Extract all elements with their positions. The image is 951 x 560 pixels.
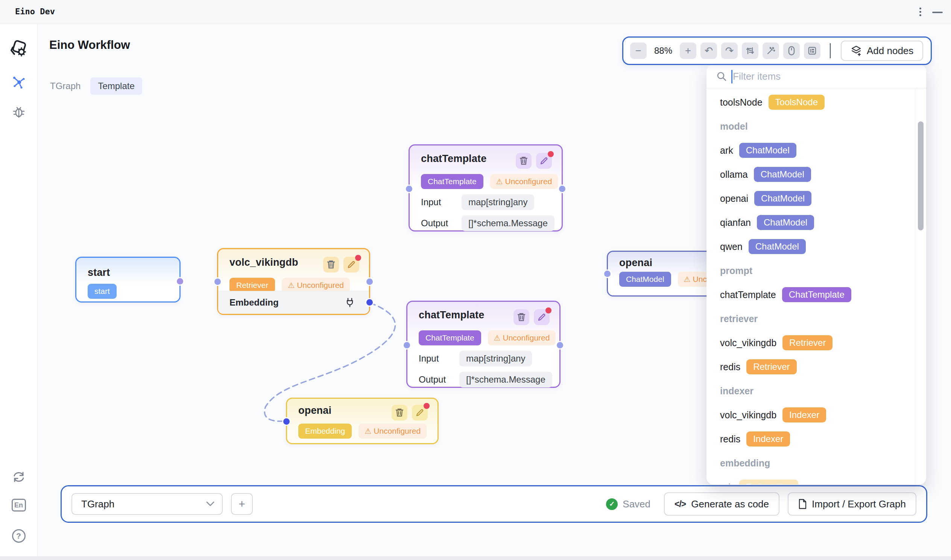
zoom-out-button[interactable]: − xyxy=(630,43,647,59)
add-graph-button[interactable]: + xyxy=(231,493,253,515)
panel-item-redis[interactable]: redisRetriever xyxy=(720,355,915,379)
graph-tabs: TGraph Template xyxy=(50,77,142,95)
panel-item-type-badge: ChatModel xyxy=(757,215,814,230)
unsaved-indicator-dot xyxy=(424,403,429,409)
panel-section-header: embedding xyxy=(720,451,915,475)
panel-item-name: ark xyxy=(720,482,733,485)
node-title: volc_vikingdb xyxy=(230,257,298,268)
window-minimize-icon[interactable] xyxy=(932,12,943,13)
unconfigured-badge: ⚠ Unconfigured xyxy=(488,330,556,345)
page-title: Eino Workflow xyxy=(49,38,130,52)
generate-as-code-button[interactable]: </> Generate as code xyxy=(664,492,780,515)
edit-node-button[interactable] xyxy=(343,257,359,272)
port-openai-embedding-input[interactable] xyxy=(283,418,290,425)
text-caret xyxy=(731,70,732,83)
edit-node-button[interactable] xyxy=(534,309,550,325)
unsaved-indicator-dot xyxy=(545,308,551,314)
delete-node-button[interactable] xyxy=(516,153,531,169)
panel-item-ark[interactable]: arkChatModel xyxy=(720,138,915,162)
panel-item-name: toolsNode xyxy=(720,97,763,108)
node-type-badge: Embedding xyxy=(298,423,352,438)
panel-item-name: chatTemplate xyxy=(720,289,776,300)
add-nodes-panel: toolsNodeToolsNodemodelarkChatModelollam… xyxy=(707,65,926,485)
node-chattemplate-middle[interactable]: chatTemplate ChatTemplate ⚠ Unconfigured xyxy=(406,301,560,388)
node-type-badge: ChatTemplate xyxy=(419,330,481,345)
node-start[interactable]: start start xyxy=(75,257,181,303)
delete-node-button[interactable] xyxy=(514,309,529,325)
start-type-badge: start xyxy=(88,284,117,299)
tab-template[interactable]: Template xyxy=(90,77,142,95)
panel-item-chatTemplate[interactable]: chatTemplateChatTemplate xyxy=(720,283,915,307)
save-status: ✓ Saved xyxy=(606,498,650,510)
unconfigured-badge: ⚠ Unconfigured xyxy=(282,278,350,293)
port-volc-input[interactable] xyxy=(215,278,221,285)
workflow-graph-icon[interactable] xyxy=(12,76,26,89)
port-volc-embedding[interactable] xyxy=(366,299,373,306)
embedding-slot[interactable]: Embedding xyxy=(218,291,369,314)
filter-input[interactable] xyxy=(733,71,916,82)
unsaved-indicator-dot xyxy=(355,255,361,261)
window-titlebar: Eino Dev xyxy=(0,0,951,24)
graph-select[interactable]: TGraph xyxy=(71,493,223,515)
magic-wand-icon[interactable] xyxy=(763,43,779,59)
panel-item-qwen[interactable]: qwenChatModel xyxy=(720,234,915,258)
tab-tgraph[interactable]: TGraph xyxy=(50,81,80,91)
panel-item-ark[interactable]: arkEmbedding xyxy=(720,475,915,485)
debug-bug-icon[interactable] xyxy=(12,106,25,118)
panel-item-name: openai xyxy=(720,193,748,204)
node-volc-vikingdb[interactable]: volc_vikingdb Retriever ⚠ Unconfigured xyxy=(217,248,370,315)
panel-item-type-badge: ChatTemplate xyxy=(782,287,851,302)
minimap-icon[interactable] xyxy=(804,43,820,59)
node-chattemplate-top[interactable]: chatTemplate ChatTemplate ⚠ Unconfigured xyxy=(409,144,563,232)
window-menu-icon[interactable] xyxy=(916,6,924,18)
refresh-icon[interactable] xyxy=(12,471,26,483)
panel-section-header: model xyxy=(720,114,915,138)
panel-item-name: ollama xyxy=(720,169,748,180)
port-chattemplate-input[interactable] xyxy=(404,342,410,348)
panel-item-redis[interactable]: redisIndexer xyxy=(720,427,915,451)
chevron-down-icon xyxy=(206,502,215,507)
mouse-icon[interactable] xyxy=(783,43,800,59)
node-openai-embedding[interactable]: openai Embedding ⚠ Unconfigured xyxy=(286,398,438,444)
node-title: openai xyxy=(298,405,332,417)
panel-scrollbar-thumb[interactable] xyxy=(918,122,923,231)
zoom-in-button[interactable]: + xyxy=(680,43,696,59)
panel-item-name: qianfan xyxy=(720,217,751,228)
port-chattemplate-output[interactable] xyxy=(559,186,565,192)
panel-item-openai[interactable]: openaiChatModel xyxy=(720,186,915,211)
panel-item-type-badge: Retriever xyxy=(783,335,832,350)
help-icon[interactable]: ? xyxy=(12,529,26,543)
panel-item-volc_vikingdb[interactable]: volc_vikingdbRetriever xyxy=(720,331,915,355)
auto-layout-icon[interactable] xyxy=(742,43,758,59)
port-start-output[interactable] xyxy=(177,278,183,285)
panel-item-name: qwen xyxy=(720,241,743,252)
toolbar-divider xyxy=(830,43,831,58)
delete-node-button[interactable] xyxy=(392,405,408,420)
panel-item-volc_vikingdb[interactable]: volc_vikingdbIndexer xyxy=(720,403,915,427)
add-nodes-button[interactable]: Add nodes xyxy=(841,41,923,61)
eino-logo-icon[interactable] xyxy=(9,39,29,58)
delete-node-button[interactable] xyxy=(323,257,339,272)
port-chattemplate-output[interactable] xyxy=(557,342,563,348)
panel-item-ollama[interactable]: ollamaChatModel xyxy=(720,162,915,186)
redo-icon[interactable]: ↷ xyxy=(721,43,738,59)
edit-node-button[interactable] xyxy=(412,405,428,420)
input-type-pill: map[string]any xyxy=(459,351,532,366)
port-volc-output[interactable] xyxy=(366,278,373,285)
panel-item-qianfan[interactable]: qianfanChatModel xyxy=(720,211,915,234)
panel-item-type-badge: Embedding xyxy=(739,480,798,485)
file-icon xyxy=(798,499,807,509)
undo-icon[interactable]: ↶ xyxy=(701,43,717,59)
panel-item-toolsNode[interactable]: toolsNodeToolsNode xyxy=(720,90,915,114)
import-export-graph-button[interactable]: Import / Export Graph xyxy=(788,492,916,515)
panel-section-header: indexer xyxy=(720,379,915,403)
panel-section-header: retriever xyxy=(720,307,915,331)
edit-node-button[interactable] xyxy=(536,153,552,169)
port-chattemplate-input[interactable] xyxy=(406,186,412,192)
port-openai-chat-input[interactable] xyxy=(604,271,611,277)
panel-item-name: volc_vikingdb xyxy=(720,410,777,420)
panel-item-type-badge: ToolsNode xyxy=(769,95,824,110)
zoom-level: 88% xyxy=(651,46,676,56)
filter-row xyxy=(707,65,926,88)
language-icon[interactable]: En xyxy=(12,499,26,512)
